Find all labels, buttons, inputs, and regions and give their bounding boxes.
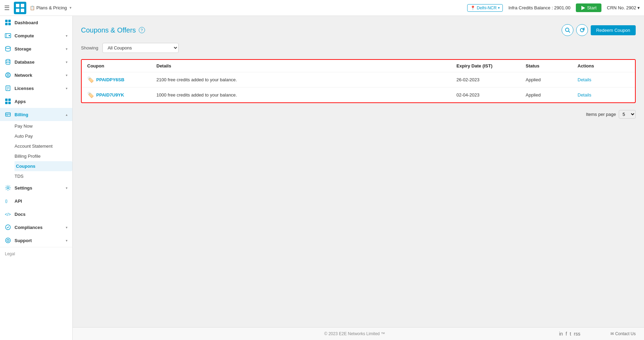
region-selector[interactable]: 📍 Delhi-NCR ▾ — [467, 4, 503, 12]
svg-marker-5 — [581, 6, 585, 10]
sidebar-item-auto-pay[interactable]: Auto Pay — [15, 131, 72, 141]
coupon-action-1: Details — [578, 77, 629, 82]
coupon-code-2: 🏷️ PPAID7U9YK — [87, 92, 156, 98]
coupon-icon: 🏷️ — [87, 92, 94, 98]
billing-submenu: Pay Now Auto Pay Account Statement Billi… — [0, 121, 72, 181]
layout: Dashboard Compute ▾ Storage ▾ Database ▾ — [0, 16, 644, 340]
svg-text:</>: </> — [5, 212, 11, 217]
footer-copyright: © 2023 E2E Networks Limited ™ — [150, 331, 559, 336]
help-icon[interactable]: ? — [139, 27, 145, 33]
sidebar-item-billing[interactable]: Billing ▴ — [0, 108, 72, 121]
svg-rect-26 — [6, 113, 10, 116]
sidebar-legal[interactable]: Legal — [0, 247, 72, 260]
sidebar-label-billing: Billing — [15, 112, 66, 117]
crn-menu[interactable]: CRN No. 2902 ▾ — [607, 5, 640, 10]
sidebar-label-storage: Storage — [15, 46, 66, 52]
coupon-expiry-1: 26-02-2023 — [456, 77, 526, 82]
sidebar-item-api[interactable]: {} API — [0, 194, 72, 208]
compliances-icon — [5, 224, 11, 230]
twitter-icon[interactable]: t — [570, 331, 571, 337]
coupon-details-2: 1000 free credits added to your balance. — [156, 92, 456, 98]
plans-pricing-menu[interactable]: 📋 Plans & Pricing ▾ — [30, 5, 73, 10]
sidebar-item-support[interactable]: Support ▾ — [0, 234, 72, 247]
coupon-action-2: Details — [578, 92, 629, 98]
refresh-button[interactable] — [576, 24, 588, 36]
linkedin-icon[interactable]: in — [559, 331, 563, 337]
sidebar-item-network[interactable]: Network ▾ — [0, 68, 72, 82]
sidebar-item-apps[interactable]: Apps — [0, 95, 72, 108]
main-panel: Coupons & Offers ? Redeem Coupon — [73, 16, 644, 340]
svg-rect-2 — [21, 4, 24, 7]
col-actions: Actions — [578, 63, 629, 68]
billing-icon — [5, 111, 11, 118]
start-button[interactable]: Start — [576, 3, 601, 12]
sidebar-label-docs: Docs — [15, 212, 67, 217]
contact-us-link[interactable]: ✉ Contact Us — [610, 331, 636, 336]
facebook-icon[interactable]: f — [566, 331, 567, 337]
database-icon — [5, 59, 11, 65]
search-button[interactable] — [562, 24, 573, 36]
docs-icon: </> — [5, 211, 11, 217]
hamburger-icon[interactable]: ☰ — [4, 4, 10, 12]
topnav: ☰ 📋 Plans & Pricing ▾ 📍 Delhi-NCR ▾ Infr… — [0, 0, 644, 16]
licenses-icon — [5, 85, 11, 91]
support-icon — [5, 237, 11, 243]
sidebar-label-database: Database — [15, 59, 66, 65]
col-coupon: Coupon — [87, 63, 156, 68]
col-status: Status — [526, 63, 578, 68]
sidebar-item-storage[interactable]: Storage ▾ — [0, 42, 72, 55]
sidebar-item-compliances[interactable]: Compliances ▾ — [0, 221, 72, 234]
chevron-down-icon: ▾ — [66, 47, 67, 51]
svg-rect-7 — [8, 20, 11, 22]
rss-icon[interactable]: rss — [574, 331, 580, 337]
sidebar-item-settings[interactable]: Settings ▾ — [0, 181, 72, 194]
main-content: Coupons & Offers ? Redeem Coupon — [73, 16, 644, 327]
sidebar-label-settings: Settings — [15, 185, 66, 191]
filter-row: Showing All Coupons Active Coupons Expir… — [81, 43, 636, 53]
chevron-down-icon: ▾ — [66, 34, 67, 38]
pagination-row: Items per page 5 10 25 50 — [81, 109, 636, 120]
svg-rect-4 — [21, 9, 24, 12]
sidebar-item-licenses[interactable]: Licenses ▾ — [0, 82, 72, 95]
sidebar-label-dashboard: Dashboard — [15, 20, 67, 25]
table-row: 🏷️ PPAID7U9YK 1000 free credits added to… — [82, 88, 635, 102]
filter-label: Showing — [81, 45, 98, 50]
sidebar-label-api: API — [15, 199, 67, 204]
coupon-filter-select[interactable]: All Coupons Active Coupons Expired Coupo… — [102, 43, 179, 53]
sidebar-item-dashboard[interactable]: Dashboard — [0, 16, 72, 29]
coupon-status-1: Applied — [526, 77, 578, 82]
sidebar-item-pay-now[interactable]: Pay Now — [15, 121, 72, 131]
svg-line-36 — [569, 31, 570, 33]
coupon-code-1: 🏷️ PPAIDPY6SB — [87, 76, 156, 83]
settings-icon — [5, 185, 11, 191]
details-link-1[interactable]: Details — [578, 77, 591, 82]
details-link-2[interactable]: Details — [578, 92, 591, 98]
sidebar-item-compute[interactable]: Compute ▾ — [0, 29, 72, 42]
api-icon: {} — [5, 198, 11, 204]
redeem-coupon-button[interactable]: Redeem Coupon — [591, 25, 636, 35]
svg-rect-3 — [16, 9, 19, 12]
svg-point-29 — [7, 187, 9, 189]
sidebar-item-billing-profile[interactable]: Billing Profile — [15, 151, 72, 161]
dashboard-icon — [5, 19, 11, 26]
svg-point-33 — [6, 238, 10, 243]
items-per-page-select[interactable]: 5 10 25 50 — [619, 110, 636, 119]
sidebar-item-docs[interactable]: </> Docs — [0, 208, 72, 221]
sidebar-item-database[interactable]: Database ▾ — [0, 55, 72, 68]
coupon-details-1: 2100 free credits added to your balance. — [156, 77, 456, 82]
svg-point-12 — [9, 35, 10, 36]
sidebar-item-account-statement[interactable]: Account Statement — [15, 141, 72, 151]
network-icon — [5, 72, 11, 78]
svg-rect-0 — [14, 2, 26, 14]
storage-icon — [5, 46, 11, 52]
sidebar-label-compute: Compute — [15, 33, 66, 38]
credits-balance: Infra Credits Balance : 2901.00 — [508, 5, 570, 10]
sidebar-label-compliances: Compliances — [15, 225, 66, 230]
logo — [14, 2, 26, 14]
svg-rect-25 — [8, 102, 11, 104]
chevron-down-icon: ▾ — [66, 186, 67, 190]
sidebar-item-tds[interactable]: TDS — [15, 171, 72, 181]
sidebar-item-coupons[interactable]: Coupons — [15, 161, 72, 171]
sidebar: Dashboard Compute ▾ Storage ▾ Database ▾ — [0, 16, 73, 340]
page-footer: © 2023 E2E Networks Limited ™ in f t rss… — [73, 327, 644, 340]
